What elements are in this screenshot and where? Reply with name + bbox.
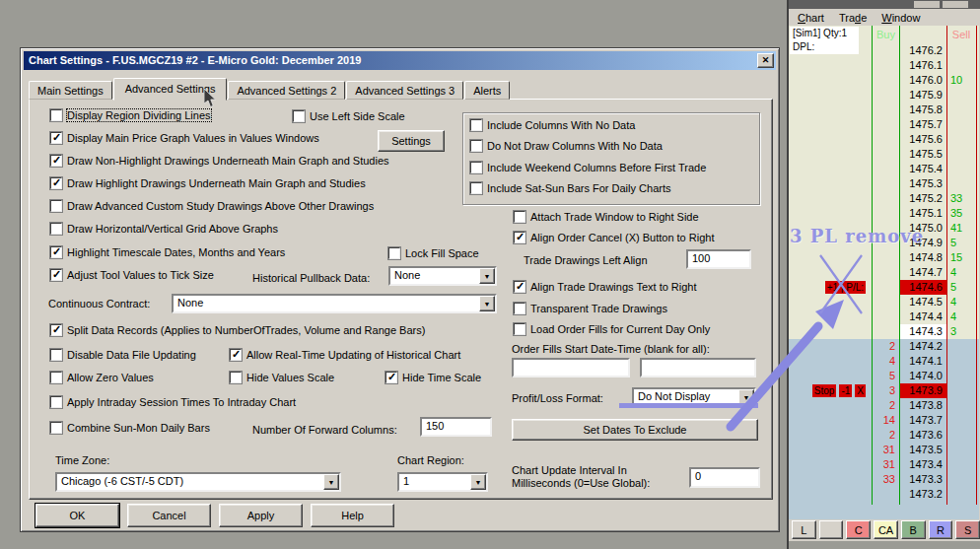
- close-icon[interactable]: ✕: [757, 53, 774, 68]
- bid-size-cell[interactable]: 14: [871, 413, 899, 428]
- checkbox-hide-values-scale[interactable]: Hide Values Scale: [230, 372, 334, 383]
- ask-size-cell[interactable]: [946, 58, 976, 73]
- checkbox-align-trade-drawings-text[interactable]: Align Trade Drawings Text to Right: [514, 281, 697, 293]
- sell-column-header[interactable]: Sell: [947, 29, 975, 40]
- price-cell[interactable]: 1473.6: [899, 428, 946, 443]
- chart-region-dropdown[interactable]: 1 ▼: [397, 472, 488, 492]
- ladder-button-blank[interactable]: [819, 520, 844, 539]
- checkbox-display-main-price-graph-values[interactable]: Display Main Price Graph Values in Value…: [50, 132, 319, 144]
- bid-size-cell[interactable]: [871, 176, 899, 191]
- bid-size-cell[interactable]: 2: [871, 428, 899, 443]
- order-marker[interactable]: +1 | P/L:: [825, 281, 866, 294]
- order-fills-start-field-2[interactable]: [640, 358, 756, 377]
- ladder-button-ca[interactable]: CA: [874, 520, 898, 539]
- chevron-down-icon[interactable]: ▼: [470, 474, 486, 490]
- price-cell[interactable]: 1474.7: [899, 265, 946, 280]
- ask-size-cell[interactable]: [946, 457, 976, 472]
- price-cell[interactable]: 1475.5: [899, 147, 946, 162]
- checkbox-align-order-cancel-button[interactable]: Align Order Cancel (X) Button to Right: [514, 232, 714, 243]
- bid-size-cell[interactable]: [871, 280, 899, 295]
- window-button[interactable]: [914, 1, 940, 8]
- tab-advanced-settings[interactable]: Advanced Settings: [113, 78, 228, 101]
- order-marker[interactable]: Stop: [812, 384, 837, 397]
- bid-size-cell[interactable]: [871, 43, 899, 58]
- bid-size-cell[interactable]: [871, 73, 899, 88]
- ask-size-cell[interactable]: 4: [946, 309, 976, 324]
- price-cell[interactable]: 1475.9: [899, 88, 946, 103]
- bid-size-cell[interactable]: 5: [871, 369, 899, 383]
- profit-loss-format-dropdown[interactable]: Do Not Display ▼: [632, 387, 756, 408]
- historical-pullback-dropdown[interactable]: None ▼: [388, 266, 497, 286]
- ask-size-cell[interactable]: 35: [946, 206, 976, 221]
- buy-column-header[interactable]: Buy: [873, 29, 899, 40]
- chevron-down-icon[interactable]: ▼: [738, 389, 754, 406]
- continuous-contract-dropdown[interactable]: None ▼: [172, 294, 497, 313]
- price-cell[interactable]: 1473.4: [899, 457, 946, 472]
- checkbox-split-data-records[interactable]: Split Data Records (Applies to NumberOfT…: [50, 324, 425, 336]
- bid-size-cell[interactable]: [871, 103, 899, 117]
- ask-size-cell[interactable]: [946, 428, 976, 443]
- bid-size-cell[interactable]: [871, 162, 899, 176]
- ask-size-cell[interactable]: [946, 383, 976, 398]
- ladder-button-l[interactable]: L: [792, 520, 816, 539]
- price-cell[interactable]: 1473.5: [899, 443, 946, 457]
- price-cell[interactable]: 1474.8: [899, 250, 946, 265]
- checkbox-hide-time-scale[interactable]: Hide Time Scale: [385, 372, 481, 383]
- price-cell[interactable]: 1475.2: [899, 191, 946, 206]
- checkbox-draw-highlight-drawings[interactable]: Draw Highlight Drawings Underneath Main …: [50, 177, 366, 189]
- checkbox-highlight-timescale-dates[interactable]: Highlight Timescale Dates, Months and Ye…: [50, 246, 285, 258]
- bid-size-cell[interactable]: [871, 132, 899, 147]
- ask-size-cell[interactable]: [946, 369, 976, 383]
- price-cell[interactable]: 1476.0: [899, 73, 946, 88]
- ask-size-cell[interactable]: [946, 43, 976, 58]
- ask-size-cell[interactable]: [946, 103, 976, 117]
- bid-size-cell[interactable]: [871, 191, 899, 206]
- price-cell[interactable]: 1475.3: [899, 176, 946, 191]
- price-cell[interactable]: 1474.3: [899, 324, 946, 339]
- forward-columns-field[interactable]: 150: [420, 417, 492, 437]
- apply-button[interactable]: Apply: [219, 504, 303, 527]
- ladder-button-b[interactable]: B: [901, 520, 926, 539]
- price-cell[interactable]: 1474.5: [899, 295, 946, 309]
- bid-size-cell[interactable]: [871, 58, 899, 73]
- ask-size-cell[interactable]: 33: [946, 191, 976, 206]
- ask-size-cell[interactable]: [946, 413, 976, 428]
- tab-main-settings[interactable]: Main Settings: [29, 81, 112, 100]
- checkbox-load-order-fills-current-day[interactable]: Load Order Fills for Current Day Only: [514, 323, 710, 335]
- tab-alerts[interactable]: Alerts: [464, 81, 510, 100]
- bid-size-cell[interactable]: [871, 147, 899, 162]
- ask-size-cell[interactable]: 5: [946, 280, 976, 295]
- price-cell[interactable]: 1475.8: [899, 103, 946, 117]
- bid-size-cell[interactable]: [871, 206, 899, 221]
- checkbox-draw-non-highlight-drawings[interactable]: Draw Non-Highlight Drawings Underneath M…: [50, 155, 389, 167]
- checkbox-include-weekend-columns[interactable]: Include Weekend Columns Before First Tra…: [470, 162, 706, 173]
- checkbox-include-sat-sun-bars[interactable]: Include Sat-Sun Bars For Daily Charts: [470, 182, 670, 194]
- chevron-down-icon[interactable]: ▼: [479, 296, 495, 311]
- checkbox-allow-realtime-updating[interactable]: Allow Real-Time Updating of Historical C…: [230, 349, 460, 361]
- price-cell[interactable]: 1474.9: [899, 236, 946, 250]
- bid-size-cell[interactable]: [871, 88, 899, 103]
- bid-size-cell[interactable]: [871, 265, 899, 280]
- checkbox-combine-sun-mon-daily-bars[interactable]: Combine Sun-Mon Daily Bars: [50, 422, 210, 434]
- menu-window[interactable]: Window: [881, 12, 920, 24]
- checkbox-draw-advanced-custom-study[interactable]: Draw Advanced Custom Study Drawings Abov…: [50, 200, 374, 212]
- price-cell[interactable]: 1475.4: [899, 162, 946, 176]
- tab-advanced-settings-3[interactable]: Advanced Settings 3: [346, 81, 463, 100]
- window-button[interactable]: [943, 1, 968, 8]
- menu-trade[interactable]: Trade: [839, 12, 867, 24]
- chevron-down-icon[interactable]: ▼: [323, 474, 339, 490]
- price-cell[interactable]: 1474.6: [899, 280, 946, 295]
- order-marker[interactable]: -1: [839, 384, 852, 397]
- ask-size-cell[interactable]: [946, 354, 976, 369]
- ask-size-cell[interactable]: [946, 88, 976, 103]
- ask-size-cell[interactable]: [946, 443, 976, 457]
- ask-size-cell[interactable]: [946, 487, 976, 502]
- bid-size-cell[interactable]: 31: [871, 443, 899, 457]
- price-cell[interactable]: 1475.1: [899, 206, 946, 221]
- order-fills-start-field-1[interactable]: [512, 358, 630, 377]
- bid-size-cell[interactable]: [871, 221, 899, 236]
- menu-chart[interactable]: Chart: [798, 12, 824, 24]
- price-cell[interactable]: 1476.1: [899, 58, 946, 73]
- order-marker[interactable]: X: [855, 384, 866, 397]
- price-cell[interactable]: 1474.2: [899, 339, 946, 354]
